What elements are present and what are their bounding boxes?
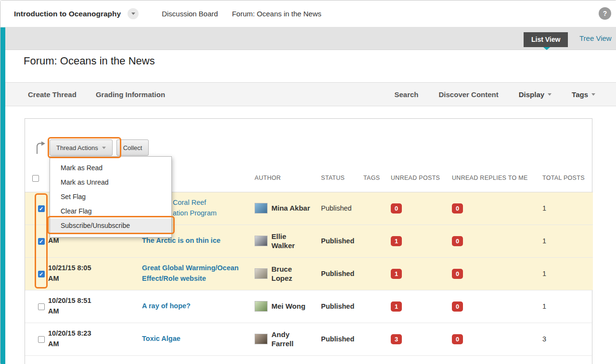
unread-replies-badge: 0 <box>452 301 463 312</box>
thread-actions-label: Thread Actions <box>56 144 98 151</box>
accent-stripe <box>0 27 5 364</box>
thread-title-cell: A ray of hope? <box>142 290 255 323</box>
select-all-checkbox[interactable] <box>32 175 39 182</box>
page-title: Forum: Oceans in the News <box>0 50 616 67</box>
collect-label: Collect <box>123 144 142 151</box>
tags-menu-label: Tags <box>572 90 588 99</box>
header-unread-posts: UNREAD POSTS <box>391 164 452 192</box>
tags-cell <box>363 290 391 323</box>
display-menu-button[interactable]: Display <box>519 90 552 99</box>
menu-item-set-flag[interactable]: Set Flag <box>50 189 171 204</box>
thread-status: Published <box>321 225 363 257</box>
thread-link[interactable]: Great Global Warming/Ocean Effect/Role w… <box>142 263 255 284</box>
author-name: Ellie Walker <box>271 232 305 251</box>
thread-link[interactable]: A ray of hope? <box>142 301 194 312</box>
chevron-down-icon <box>131 13 135 15</box>
menu-item-clear-flag[interactable]: Clear Flag <box>50 204 171 218</box>
tags-cell <box>363 192 391 225</box>
unread-posts-badge: 3 <box>391 334 402 344</box>
thread-date: 10/21/15 8:05AM <box>48 257 142 290</box>
tags-cell <box>363 225 391 257</box>
header-total-posts: TOTAL POSTS <box>542 164 593 192</box>
action-bar-right: Search Discover Content Display Tags <box>394 90 616 99</box>
discover-content-button[interactable]: Discover Content <box>439 90 499 99</box>
chevron-down-icon <box>102 147 106 149</box>
row-checkbox[interactable] <box>38 303 45 310</box>
unread-posts-badge: 1 <box>391 236 402 246</box>
thread-status: Published <box>321 192 363 225</box>
table-row: 10/21/15 8:05AM Great Global Warming/Oce… <box>25 257 593 290</box>
table-row: 10/20/15 8:23AM Toxic Algae Andy Farrell… <box>25 323 593 355</box>
course-title: Introduction to Oceanography <box>14 10 121 18</box>
avatar <box>255 236 268 246</box>
search-button[interactable]: Search <box>394 90 418 99</box>
thread-actions-menu: Mark as Read Mark as Unread Set Flag Cle… <box>50 156 172 238</box>
total-posts: 1 <box>542 225 593 257</box>
menu-item-mark-as-unread[interactable]: Mark as Unread <box>50 175 171 189</box>
view-toggle-band: List View Tree View <box>0 27 616 50</box>
tags-cell <box>363 257 391 290</box>
menu-item-subscribe-unsubscribe[interactable]: Subscribe/Unsubscribe <box>50 218 171 233</box>
total-posts: 1 <box>542 257 593 290</box>
create-thread-button[interactable]: Create Thread <box>28 90 77 99</box>
author-name: Mina Akbar <box>271 203 310 213</box>
thread-list-panel: Thread Actions Collect AUTHOR STATUS TAG… <box>25 118 592 364</box>
unread-replies-badge: 0 <box>452 334 463 344</box>
unread-posts-badge: 0 <box>391 203 402 213</box>
total-posts: 1 <box>542 290 593 323</box>
thread-title-cell: Great Global Warming/Ocean Effect/Role w… <box>142 257 255 290</box>
avatar <box>255 268 268 279</box>
header-author: AUTHOR <box>255 164 321 192</box>
top-bar: Introduction to Oceanography Discussion … <box>0 0 616 27</box>
thread-toolbar: Thread Actions Collect <box>35 139 149 156</box>
page-root: Introduction to Oceanography Discussion … <box>0 0 616 364</box>
header-tags: TAGS <box>363 164 391 192</box>
tags-cell <box>363 323 391 355</box>
grading-information-button[interactable]: Grading Information <box>96 90 165 99</box>
thread-status: Published <box>321 290 363 323</box>
author-name: Mei Wong <box>271 301 306 311</box>
row-checkbox[interactable] <box>38 336 45 343</box>
thread-date: 10/20/15 8:23AM <box>48 323 142 355</box>
display-menu-label: Display <box>519 90 544 99</box>
row-checkbox[interactable] <box>38 271 45 277</box>
author-name: Andy Farrell <box>271 330 305 349</box>
tab-list-view[interactable]: List View <box>524 32 568 47</box>
collect-button[interactable]: Collect <box>116 139 149 156</box>
header-unread-replies: UNREAD REPLIES TO ME <box>452 164 542 192</box>
unread-replies-badge: 0 <box>452 203 463 213</box>
action-bar-left: Create Thread Grading Information <box>0 90 165 99</box>
avatar <box>255 334 268 344</box>
avatar <box>255 203 268 213</box>
thread-link[interactable]: Toxic Algae <box>142 334 184 344</box>
tags-menu-button[interactable]: Tags <box>572 90 595 99</box>
row-checkbox[interactable] <box>38 205 45 212</box>
row-checkbox[interactable] <box>38 238 45 245</box>
tab-tree-view[interactable]: Tree View <box>579 34 612 42</box>
unread-replies-badge: 0 <box>452 236 463 246</box>
total-posts: 3 <box>542 323 593 355</box>
title-section: Forum: Oceans in the News <box>0 50 616 82</box>
breadcrumb-forum: Forum: Oceans in the News <box>232 10 321 18</box>
thread-actions-button[interactable]: Thread Actions <box>50 139 113 156</box>
author-name: Bruce Lopez <box>271 264 305 283</box>
unread-replies-badge: 0 <box>452 269 463 279</box>
table-row: 10/20/15 8:51AM A ray of hope? Mei Wong … <box>25 290 593 323</box>
thread-status: Published <box>321 257 363 290</box>
total-posts: 1 <box>542 192 593 225</box>
menu-item-mark-as-read[interactable]: Mark as Read <box>50 161 171 175</box>
unread-posts-badge: 1 <box>391 269 402 279</box>
select-all-arrow-icon <box>35 141 46 154</box>
unread-posts-badge: 1 <box>391 301 402 312</box>
header-status: STATUS <box>321 164 363 192</box>
thread-status: Published <box>321 323 363 355</box>
help-button[interactable]: ? <box>599 7 611 20</box>
avatar <box>255 301 268 312</box>
chevron-down-icon <box>548 93 552 96</box>
thread-date: 10/20/15 8:51AM <box>48 290 142 323</box>
chevron-down-icon <box>591 93 595 96</box>
breadcrumb-discussion-board[interactable]: Discussion Board <box>162 10 218 18</box>
active-tab-indicator <box>543 47 550 50</box>
course-menu-toggle[interactable] <box>128 8 139 19</box>
action-bar: Create Thread Grading Information Search… <box>0 82 616 106</box>
